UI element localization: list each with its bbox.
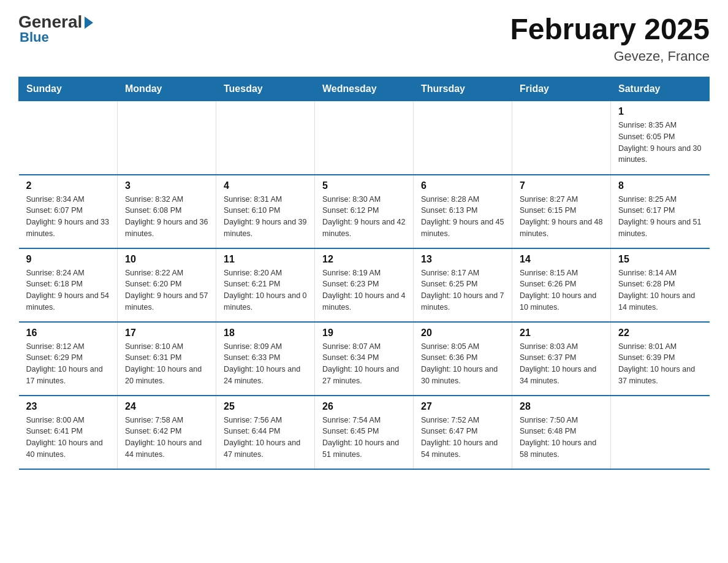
day-info: Sunrise: 8:09 AMSunset: 6:33 PMDaylight:… [224,341,307,387]
logo-blue-text: Blue [20,29,49,45]
day-info: Sunrise: 8:15 AMSunset: 6:26 PMDaylight:… [520,267,603,313]
day-number: 23 [26,401,110,412]
calendar-cell: 1Sunrise: 8:35 AMSunset: 6:05 PMDaylight… [611,101,710,175]
calendar-cell [315,101,414,175]
day-info: Sunrise: 7:58 AMSunset: 6:42 PMDaylight:… [125,415,208,461]
calendar-cell: 17Sunrise: 8:10 AMSunset: 6:31 PMDayligh… [118,322,216,396]
day-info: Sunrise: 8:01 AMSunset: 6:39 PMDaylight:… [618,341,702,387]
day-number: 27 [421,401,504,412]
day-number: 13 [421,254,504,265]
page-subtitle: Geveze, France [510,48,710,64]
day-number: 26 [322,401,406,412]
day-number: 7 [520,180,603,191]
calendar-cell: 21Sunrise: 8:03 AMSunset: 6:37 PMDayligh… [512,322,611,396]
day-number: 8 [618,180,702,191]
day-number: 6 [421,180,504,191]
calendar-cell: 7Sunrise: 8:27 AMSunset: 6:15 PMDaylight… [512,175,611,248]
day-number: 12 [322,254,406,265]
day-info: Sunrise: 8:17 AMSunset: 6:25 PMDaylight:… [421,267,504,313]
calendar-cell [611,396,710,469]
calendar-cell: 27Sunrise: 7:52 AMSunset: 6:47 PMDayligh… [414,396,512,469]
day-info: Sunrise: 8:14 AMSunset: 6:28 PMDaylight:… [618,267,702,313]
day-number: 1 [618,106,702,117]
day-info: Sunrise: 8:12 AMSunset: 6:29 PMDaylight:… [26,341,110,387]
header-saturday: Saturday [611,77,710,101]
day-number: 19 [322,327,406,339]
header-thursday: Thursday [414,77,512,101]
day-info: Sunrise: 8:31 AMSunset: 6:10 PMDaylight:… [224,194,307,240]
day-info: Sunrise: 7:54 AMSunset: 6:45 PMDaylight:… [322,415,406,461]
day-number: 14 [520,254,603,265]
header-sunday: Sunday [19,77,118,101]
calendar-cell [414,101,512,175]
calendar-cell: 11Sunrise: 8:20 AMSunset: 6:21 PMDayligh… [216,248,315,322]
title-block: February 2025 Geveze, France [510,12,710,64]
calendar-cell: 3Sunrise: 8:32 AMSunset: 6:08 PMDaylight… [118,175,216,248]
calendar-cell: 4Sunrise: 8:31 AMSunset: 6:10 PMDaylight… [216,175,315,248]
calendar-table: SundayMondayTuesdayWednesdayThursdayFrid… [18,77,710,470]
calendar-cell: 19Sunrise: 8:07 AMSunset: 6:34 PMDayligh… [315,322,414,396]
header-friday: Friday [512,77,611,101]
day-info: Sunrise: 8:30 AMSunset: 6:12 PMDaylight:… [322,194,406,240]
calendar-cell: 23Sunrise: 8:00 AMSunset: 6:41 PMDayligh… [19,396,118,469]
calendar-cell [19,101,118,175]
day-number: 11 [224,254,307,265]
header-wednesday: Wednesday [315,77,414,101]
day-number: 16 [26,327,110,339]
day-number: 21 [520,327,603,339]
day-number: 2 [26,180,110,191]
day-number: 15 [618,254,702,265]
calendar-cell: 10Sunrise: 8:22 AMSunset: 6:20 PMDayligh… [118,248,216,322]
calendar-cell: 2Sunrise: 8:34 AMSunset: 6:07 PMDaylight… [19,175,118,248]
calendar-cell: 9Sunrise: 8:24 AMSunset: 6:18 PMDaylight… [19,248,118,322]
logo-arrow-icon [85,17,93,29]
page-header: General Blue February 2025 Geveze, Franc… [18,12,710,64]
calendar-week-row: 9Sunrise: 8:24 AMSunset: 6:18 PMDaylight… [19,248,710,322]
day-info: Sunrise: 8:22 AMSunset: 6:20 PMDaylight:… [125,267,208,313]
day-info: Sunrise: 8:32 AMSunset: 6:08 PMDaylight:… [125,194,208,240]
day-info: Sunrise: 8:24 AMSunset: 6:18 PMDaylight:… [26,267,110,313]
day-info: Sunrise: 8:20 AMSunset: 6:21 PMDaylight:… [224,267,307,313]
day-info: Sunrise: 8:28 AMSunset: 6:13 PMDaylight:… [421,194,504,240]
day-info: Sunrise: 8:05 AMSunset: 6:36 PMDaylight:… [421,341,504,387]
calendar-cell: 20Sunrise: 8:05 AMSunset: 6:36 PMDayligh… [414,322,512,396]
day-info: Sunrise: 8:25 AMSunset: 6:17 PMDaylight:… [618,194,702,240]
calendar-cell: 8Sunrise: 8:25 AMSunset: 6:17 PMDaylight… [611,175,710,248]
calendar-cell: 25Sunrise: 7:56 AMSunset: 6:44 PMDayligh… [216,396,315,469]
calendar-cell: 12Sunrise: 8:19 AMSunset: 6:23 PMDayligh… [315,248,414,322]
calendar-cell: 28Sunrise: 7:50 AMSunset: 6:48 PMDayligh… [512,396,611,469]
calendar-cell: 22Sunrise: 8:01 AMSunset: 6:39 PMDayligh… [611,322,710,396]
calendar-cell: 16Sunrise: 8:12 AMSunset: 6:29 PMDayligh… [19,322,118,396]
day-number: 24 [125,401,208,412]
calendar-cell: 13Sunrise: 8:17 AMSunset: 6:25 PMDayligh… [414,248,512,322]
day-number: 18 [224,327,307,339]
day-info: Sunrise: 7:56 AMSunset: 6:44 PMDaylight:… [224,415,307,461]
day-number: 25 [224,401,307,412]
day-number: 4 [224,180,307,191]
day-info: Sunrise: 8:10 AMSunset: 6:31 PMDaylight:… [125,341,208,387]
day-info: Sunrise: 7:52 AMSunset: 6:47 PMDaylight:… [421,415,504,461]
day-number: 22 [618,327,702,339]
calendar-cell: 15Sunrise: 8:14 AMSunset: 6:28 PMDayligh… [611,248,710,322]
logo: General Blue [18,12,93,45]
day-number: 28 [520,401,603,412]
day-number: 10 [125,254,208,265]
calendar-header-row: SundayMondayTuesdayWednesdayThursdayFrid… [19,77,710,101]
calendar-week-row: 2Sunrise: 8:34 AMSunset: 6:07 PMDaylight… [19,175,710,248]
calendar-week-row: 23Sunrise: 8:00 AMSunset: 6:41 PMDayligh… [19,396,710,469]
day-info: Sunrise: 8:00 AMSunset: 6:41 PMDaylight:… [26,415,110,461]
day-info: Sunrise: 8:07 AMSunset: 6:34 PMDaylight:… [322,341,406,387]
day-number: 5 [322,180,406,191]
calendar-cell [118,101,216,175]
header-tuesday: Tuesday [216,77,315,101]
day-info: Sunrise: 8:34 AMSunset: 6:07 PMDaylight:… [26,194,110,240]
calendar-week-row: 16Sunrise: 8:12 AMSunset: 6:29 PMDayligh… [19,322,710,396]
calendar-cell: 14Sunrise: 8:15 AMSunset: 6:26 PMDayligh… [512,248,611,322]
page-title: February 2025 [510,12,710,46]
calendar-cell: 5Sunrise: 8:30 AMSunset: 6:12 PMDaylight… [315,175,414,248]
calendar-cell: 6Sunrise: 8:28 AMSunset: 6:13 PMDaylight… [414,175,512,248]
day-info: Sunrise: 7:50 AMSunset: 6:48 PMDaylight:… [520,415,603,461]
day-number: 3 [125,180,208,191]
calendar-cell [216,101,315,175]
day-info: Sunrise: 8:19 AMSunset: 6:23 PMDaylight:… [322,267,406,313]
